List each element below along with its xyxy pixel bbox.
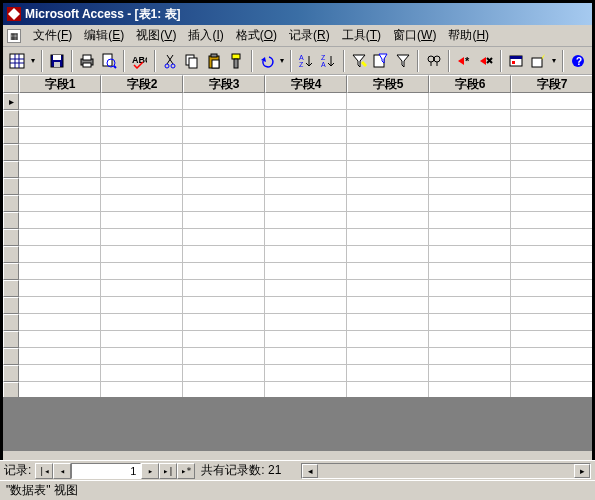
row-selector[interactable]: [3, 110, 19, 127]
row-selector[interactable]: [3, 195, 19, 212]
cell[interactable]: [265, 161, 347, 178]
cell[interactable]: [183, 127, 265, 144]
copy-icon[interactable]: [182, 50, 202, 72]
cell[interactable]: [347, 263, 429, 280]
cell[interactable]: [347, 110, 429, 127]
filter-form-icon[interactable]: [371, 50, 391, 72]
delete-record-icon[interactable]: [476, 50, 496, 72]
column-header[interactable]: 字段4: [265, 75, 347, 93]
datasheet-grid[interactable]: 字段1字段2字段3字段4字段5字段6字段7▸*: [3, 75, 592, 450]
cell[interactable]: [511, 161, 592, 178]
cell[interactable]: [183, 331, 265, 348]
row-selector[interactable]: [3, 144, 19, 161]
cell[interactable]: [511, 297, 592, 314]
cell[interactable]: [19, 263, 101, 280]
nav-last-icon[interactable]: ▸|: [159, 463, 177, 479]
find-icon[interactable]: [423, 50, 443, 72]
cell[interactable]: [19, 348, 101, 365]
cell[interactable]: [429, 365, 511, 382]
cell[interactable]: [265, 365, 347, 382]
row-selector[interactable]: [3, 331, 19, 348]
cell[interactable]: [347, 246, 429, 263]
cell[interactable]: [19, 161, 101, 178]
cell[interactable]: [265, 263, 347, 280]
cell[interactable]: [265, 314, 347, 331]
cell[interactable]: [347, 297, 429, 314]
cell[interactable]: [511, 93, 592, 110]
cell[interactable]: [101, 195, 183, 212]
cell[interactable]: [101, 212, 183, 229]
column-header[interactable]: 字段5: [347, 75, 429, 93]
menu-v[interactable]: 视图(V): [130, 25, 182, 46]
cell[interactable]: [511, 348, 592, 365]
cell[interactable]: [101, 246, 183, 263]
cell[interactable]: [347, 161, 429, 178]
cell[interactable]: [511, 331, 592, 348]
column-header[interactable]: 字段1: [19, 75, 101, 93]
cell[interactable]: [101, 331, 183, 348]
spellcheck-icon[interactable]: ABC: [129, 50, 149, 72]
row-selector[interactable]: [3, 280, 19, 297]
column-header[interactable]: 字段2: [101, 75, 183, 93]
sort-asc-icon[interactable]: AZ: [296, 50, 316, 72]
control-menu-icon[interactable]: ▦: [7, 29, 21, 43]
cell[interactable]: [19, 144, 101, 161]
cell[interactable]: [511, 246, 592, 263]
cell[interactable]: [347, 365, 429, 382]
cell[interactable]: [183, 365, 265, 382]
database-window-icon[interactable]: [506, 50, 526, 72]
row-selector[interactable]: [3, 314, 19, 331]
sort-desc-icon[interactable]: ZA: [318, 50, 338, 72]
cell[interactable]: [511, 314, 592, 331]
cell[interactable]: [347, 229, 429, 246]
cell[interactable]: [429, 161, 511, 178]
cell[interactable]: [101, 365, 183, 382]
cell[interactable]: [347, 331, 429, 348]
cell[interactable]: [19, 246, 101, 263]
scroll-right-icon[interactable]: ▸: [574, 464, 590, 478]
cell[interactable]: [265, 93, 347, 110]
cell[interactable]: [511, 127, 592, 144]
cell[interactable]: [19, 127, 101, 144]
cell[interactable]: [429, 331, 511, 348]
cell[interactable]: [511, 195, 592, 212]
cell[interactable]: [347, 212, 429, 229]
cell[interactable]: [511, 280, 592, 297]
nav-prev-icon[interactable]: ◂: [53, 463, 71, 479]
cell[interactable]: [101, 93, 183, 110]
cell[interactable]: [183, 263, 265, 280]
cell[interactable]: [265, 246, 347, 263]
horizontal-scrollbar[interactable]: ◂ ▸: [301, 463, 591, 479]
cell[interactable]: [183, 110, 265, 127]
cell[interactable]: [19, 280, 101, 297]
cell[interactable]: [183, 178, 265, 195]
cell[interactable]: [347, 144, 429, 161]
cell[interactable]: [429, 246, 511, 263]
cell[interactable]: [511, 263, 592, 280]
cell[interactable]: [265, 212, 347, 229]
undo-icon[interactable]: [257, 50, 277, 72]
help-icon[interactable]: ?: [568, 50, 588, 72]
cell[interactable]: [183, 348, 265, 365]
nav-next-icon[interactable]: ▸: [141, 463, 159, 479]
cell[interactable]: [101, 297, 183, 314]
cell[interactable]: [511, 212, 592, 229]
cell[interactable]: [429, 127, 511, 144]
menu-r[interactable]: 记录(R): [283, 25, 336, 46]
cell[interactable]: [511, 365, 592, 382]
row-selector[interactable]: [3, 212, 19, 229]
column-header[interactable]: 字段6: [429, 75, 511, 93]
undo-dropdown-icon[interactable]: ▾: [279, 50, 286, 72]
scroll-left-icon[interactable]: ◂: [302, 464, 318, 478]
row-selector[interactable]: [3, 127, 19, 144]
cell[interactable]: [265, 195, 347, 212]
save-icon[interactable]: [47, 50, 67, 72]
cell[interactable]: [101, 314, 183, 331]
menu-e[interactable]: 编辑(E): [78, 25, 130, 46]
cell[interactable]: [265, 280, 347, 297]
cell[interactable]: [265, 144, 347, 161]
print-preview-icon[interactable]: [99, 50, 119, 72]
cell[interactable]: [183, 212, 265, 229]
cell[interactable]: [183, 314, 265, 331]
cell[interactable]: [429, 348, 511, 365]
